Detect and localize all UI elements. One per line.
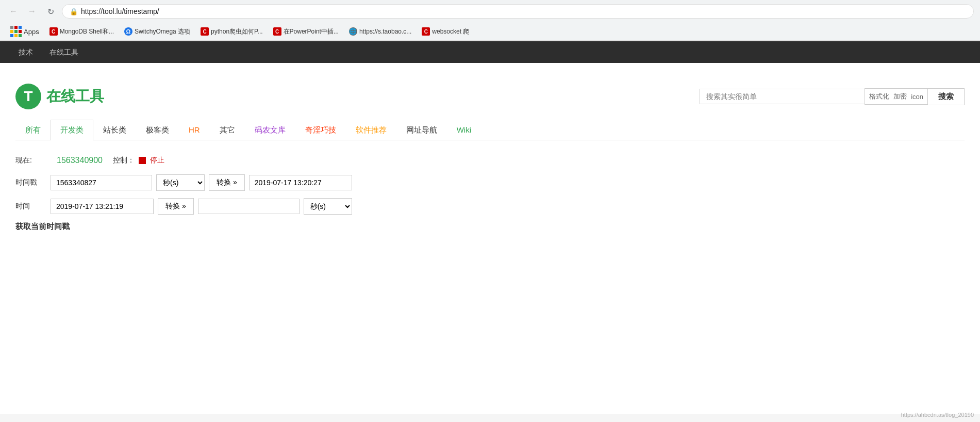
tab-codelib[interactable]: 码农文库 (245, 120, 295, 140)
bookmark-switchyomega[interactable]: Ω SwitchyOmega 选项 (120, 26, 194, 37)
tool-content: 现在: 1563340900 控制： 停止 时间戳 秒(s) 毫秒(ms) 转换… (15, 151, 965, 237)
stop-icon[interactable] (139, 157, 146, 164)
control-area: 控制： 停止 (113, 156, 164, 165)
refresh-button[interactable]: ↻ (43, 4, 58, 19)
search-area: 格式化 加密 icon 搜索 (700, 88, 965, 105)
control-label: 控制： (113, 156, 135, 165)
bookmark-websocket[interactable]: C websocket 爬 (418, 26, 473, 37)
omega-letter: Ω (126, 28, 131, 35)
apps-label: Apps (24, 28, 39, 36)
time-row-label: 时间 (15, 202, 46, 211)
tab-webmaster[interactable]: 站长类 (93, 120, 136, 140)
tab-dev[interactable]: 开发类 (51, 120, 93, 140)
bookmark-label-mongodb: MongoDB Shell和... (60, 27, 114, 36)
shortcut-format[interactable]: 格式化 (869, 92, 889, 101)
bookmarks-bar: Apps C MongoDB Shell和... Ω SwitchyOmega … (0, 23, 980, 41)
bookmark-mongodb[interactable]: C MongoDB Shell和... (45, 26, 118, 37)
tab-software[interactable]: 软件推荐 (346, 120, 396, 140)
logo-text: 在线工具 (46, 87, 104, 106)
shortcut-encrypt[interactable]: 加密 (893, 92, 907, 101)
lock-icon: 🔒 (70, 8, 78, 15)
search-input[interactable] (706, 92, 858, 101)
timestamp-to-datetime-row: 时间戳 秒(s) 毫秒(ms) 转换 » (15, 174, 965, 191)
bookmark-python[interactable]: C python爬虫如何P... (196, 26, 267, 37)
browser-chrome: ← → ↻ 🔒 Apps C MongoDB Shell和... Ω (0, 0, 980, 41)
tab-tricks[interactable]: 奇淫巧技 (295, 120, 346, 140)
main-content: T 在线工具 格式化 加密 icon 搜索 所有 开发类 站长类 极客类 HR … (0, 63, 980, 414)
bookmark-label-python: python爬虫如何P... (211, 27, 263, 36)
category-tabs: 所有 开发类 站长类 极客类 HR 其它 码农文库 奇淫巧技 软件推荐 网址导航… (15, 120, 965, 140)
search-shortcuts: 格式化 加密 icon (865, 88, 927, 105)
bookmark-favicon-python: C (201, 27, 209, 36)
timestamp-input[interactable] (51, 175, 152, 190)
bookmark-taobao[interactable]: 🌐 https://s.taobao.c... (345, 26, 416, 37)
time-convert-button[interactable]: 转换 » (158, 198, 194, 215)
datetime-to-timestamp-row: 时间 转换 » 秒(s) 毫秒(ms) (15, 198, 965, 215)
search-button[interactable]: 搜索 (927, 88, 965, 105)
time-unit-select[interactable]: 秒(s) 毫秒(ms) (304, 198, 352, 215)
time-input[interactable] (51, 199, 154, 214)
bookmark-favicon-switchyomega: Ω (124, 27, 132, 36)
tab-geek[interactable]: 极客类 (136, 120, 179, 140)
back-button[interactable]: ← (6, 4, 21, 19)
bookmark-label-switchyomega: SwitchyOmega 选项 (135, 27, 190, 36)
bookmark-label-taobao: https://s.taobao.c... (359, 28, 411, 35)
logo-circle-icon: T (15, 84, 41, 109)
apps-grid-icon (10, 26, 22, 37)
bookmark-label-powerpoint: 在PowerPoint中插... (284, 27, 339, 36)
tab-hr[interactable]: HR (179, 120, 210, 140)
time-result-input[interactable] (198, 199, 300, 214)
section-heading: 获取当前时间戳 (15, 222, 965, 232)
logo-area: T 在线工具 (15, 84, 104, 109)
timestamp-result-input[interactable] (249, 175, 352, 190)
site-header: T 在线工具 格式化 加密 icon 搜索 (15, 73, 965, 120)
tab-nav[interactable]: 网址导航 (396, 120, 447, 140)
bookmark-favicon-powerpoint: C (273, 27, 281, 36)
nav-item-tech[interactable]: 技术 (10, 41, 41, 63)
page-footer: https://ahbcdn.as/tlog_20190 (901, 412, 974, 414)
browser-toolbar: ← → ↻ 🔒 (0, 0, 980, 23)
forward-button[interactable]: → (25, 4, 39, 19)
current-time-row: 现在: 1563340900 控制： 停止 (15, 156, 965, 165)
tab-all[interactable]: 所有 (15, 120, 51, 140)
search-input-wrapper (700, 89, 865, 104)
tab-other[interactable]: 其它 (210, 120, 245, 140)
current-label: 现在: (15, 156, 46, 165)
timestamp-convert-button[interactable]: 转换 » (209, 174, 245, 191)
stop-label[interactable]: 停止 (150, 156, 164, 165)
bookmark-label-websocket: websocket 爬 (432, 27, 469, 36)
bookmark-favicon-taobao: 🌐 (349, 27, 357, 36)
apps-bookmark[interactable]: Apps (6, 25, 43, 38)
tab-wiki[interactable]: Wiki (447, 120, 481, 140)
current-timestamp-value: 1563340900 (57, 156, 103, 165)
nav-item-tools[interactable]: 在线工具 (41, 41, 87, 63)
timestamp-row-label: 时间戳 (15, 178, 46, 187)
bookmark-favicon-websocket: C (422, 27, 430, 36)
site-navbar: 技术 在线工具 (0, 41, 980, 63)
shortcut-icon[interactable]: icon (911, 93, 923, 101)
bookmark-favicon-mongodb: C (49, 27, 58, 36)
url-input[interactable] (81, 7, 966, 15)
bookmark-powerpoint[interactable]: C 在PowerPoint中插... (269, 26, 343, 37)
address-bar: 🔒 (62, 4, 974, 19)
timestamp-unit-select[interactable]: 秒(s) 毫秒(ms) (156, 174, 205, 191)
